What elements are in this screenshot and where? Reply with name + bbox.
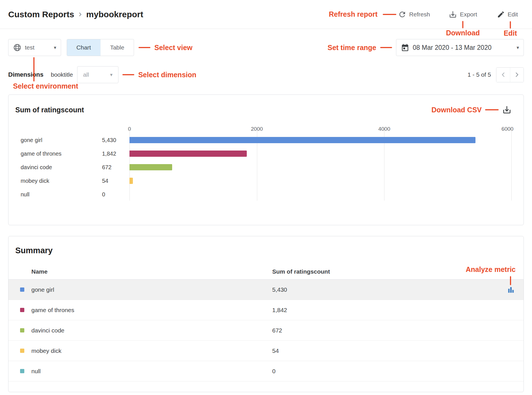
annotation-select-environment: Select environment <box>13 82 78 90</box>
export-button[interactable]: Export Download <box>449 10 477 19</box>
row-value: 54 <box>272 347 498 354</box>
pagination: 1 - 5 of 5 <box>468 67 524 82</box>
row-name: gone girl <box>31 286 272 293</box>
chart-title: Sum of ratingscount <box>15 106 84 114</box>
chart-category-label: game of thrones <box>15 151 97 157</box>
chart-row: mobey dick 54 <box>15 174 512 188</box>
row-name: mobey dick <box>31 347 272 354</box>
page-title: mybookreport <box>86 10 143 19</box>
date-range-value: 08 Mar 2020 - 13 Mar 2020 <box>413 44 513 51</box>
table-row: davinci code 672 <box>8 320 524 341</box>
legend-swatch <box>20 308 24 312</box>
next-page-button[interactable] <box>510 68 524 82</box>
chart-row: davinci code 672 <box>15 160 512 174</box>
bar-chart-icon <box>507 286 515 294</box>
annotation-edit: Edit <box>504 21 517 37</box>
export-label: Export <box>460 11 477 18</box>
chart-category-label: null <box>15 191 97 198</box>
calendar-icon <box>401 43 409 52</box>
toolbar: test ▾ Chart Table Select view Set time … <box>8 39 524 56</box>
edit-label: Edit <box>508 11 518 18</box>
chevron-right-icon: › <box>79 8 82 20</box>
row-value: 1,842 <box>272 307 498 314</box>
table-row: gone girl 5,430 <box>8 280 524 300</box>
chart-bar <box>129 164 172 170</box>
chevron-left-icon <box>499 71 507 78</box>
edit-pencil-icon <box>497 10 505 18</box>
chart-value-label: 0 <box>97 191 129 198</box>
chart-value-label: 1,842 <box>97 151 129 157</box>
chart-category-label: mobey dick <box>15 178 97 184</box>
dimension-value-select[interactable]: all ▾ <box>77 66 118 83</box>
chevron-down-icon: ▾ <box>110 72 113 78</box>
row-name: game of thrones <box>31 307 272 314</box>
row-name: davinci code <box>31 327 272 334</box>
dimension-name: booktitle <box>51 71 73 78</box>
annotation-download-csv: Download CSV <box>431 106 482 114</box>
refresh-button[interactable]: Refresh <box>398 10 430 19</box>
annotation-line-download-csv <box>485 109 499 110</box>
pagination-controls <box>496 67 524 82</box>
legend-swatch <box>20 369 24 373</box>
summary-table-header: Name Sum of ratingscount <box>8 264 524 280</box>
chart-category-label: gone girl <box>15 137 97 143</box>
table-row: null 0 <box>8 361 524 381</box>
breadcrumb: Custom Reports › mybookreport <box>8 8 143 20</box>
edit-button[interactable]: Edit Edit <box>497 10 518 18</box>
export-download-icon <box>449 10 457 19</box>
chart-plot: gone girl 5,430 game of thrones 1,842 da… <box>15 133 512 201</box>
annotation-download: Download <box>446 21 480 37</box>
chevron-right-icon <box>513 71 521 78</box>
view-toggle: Chart Table <box>67 39 134 56</box>
chart-row: null 0 <box>15 188 512 201</box>
row-value: 0 <box>272 368 498 375</box>
legend-swatch <box>20 328 24 332</box>
refresh-icon <box>398 10 406 19</box>
page-header: Custom Reports › mybookreport Refresh re… <box>0 0 532 29</box>
row-value: 672 <box>272 327 498 334</box>
annotation-line-select-dimension <box>122 74 134 75</box>
chart-value-label: 672 <box>97 164 129 171</box>
header-actions: Refresh report Refresh Export Download E… <box>329 10 518 19</box>
annotation-select-view: Select view <box>154 44 193 52</box>
environment-select[interactable]: test ▾ <box>8 39 61 56</box>
summary-card: Summary Name Sum of ratingscount gone gi… <box>8 236 524 392</box>
breadcrumb-root[interactable]: Custom Reports <box>8 10 74 19</box>
chart-bar <box>129 151 247 157</box>
dimensions-row: Dimensions booktitle all ▾ Select dimens… <box>8 66 524 83</box>
analyze-metric-button[interactable] <box>507 286 515 294</box>
chart-row: gone girl 5,430 <box>15 133 512 147</box>
chart-category-label: davinci code <box>15 164 97 171</box>
row-value: 5,430 <box>272 286 498 293</box>
chevron-down-icon: ▾ <box>54 45 56 51</box>
tab-table[interactable]: Table <box>100 39 134 56</box>
refresh-label: Refresh <box>409 11 430 18</box>
pagination-range: 1 - 5 of 5 <box>468 71 491 78</box>
chevron-down-icon: ▾ <box>516 45 519 51</box>
chart-bar <box>129 178 133 184</box>
annotation-line-refresh <box>383 14 396 15</box>
row-name: null <box>31 368 272 375</box>
chart-value-label: 5,430 <box>97 137 129 143</box>
annotation-line-select-view <box>139 47 150 48</box>
summary-title: Summary <box>15 246 524 255</box>
legend-swatch <box>20 287 24 292</box>
tab-chart[interactable]: Chart <box>67 39 100 56</box>
annotation-set-time-range: Set time range <box>328 44 376 52</box>
chart-card: Sum of ratingscount Download CSV 0 2000 … <box>8 95 524 225</box>
annotation-line-time-range <box>380 47 392 48</box>
download-csv-button[interactable] <box>502 105 512 115</box>
annotation-refresh-report: Refresh report <box>329 10 377 18</box>
chart-row: game of thrones 1,842 <box>15 147 512 160</box>
chart-value-label: 54 <box>97 178 129 184</box>
globe-icon <box>13 43 21 52</box>
date-range-picker[interactable]: 08 Mar 2020 - 13 Mar 2020 ▾ <box>396 39 524 56</box>
dimension-selected-value: all <box>83 71 89 78</box>
previous-page-button[interactable] <box>496 68 510 82</box>
table-row: game of thrones 1,842 <box>8 300 524 320</box>
column-header-name: Name <box>31 268 272 275</box>
dimensions-label: Dimensions <box>8 71 44 78</box>
column-header-value: Sum of ratingscount <box>272 268 524 275</box>
environment-value: test <box>25 44 50 51</box>
chart-bar <box>129 137 475 143</box>
